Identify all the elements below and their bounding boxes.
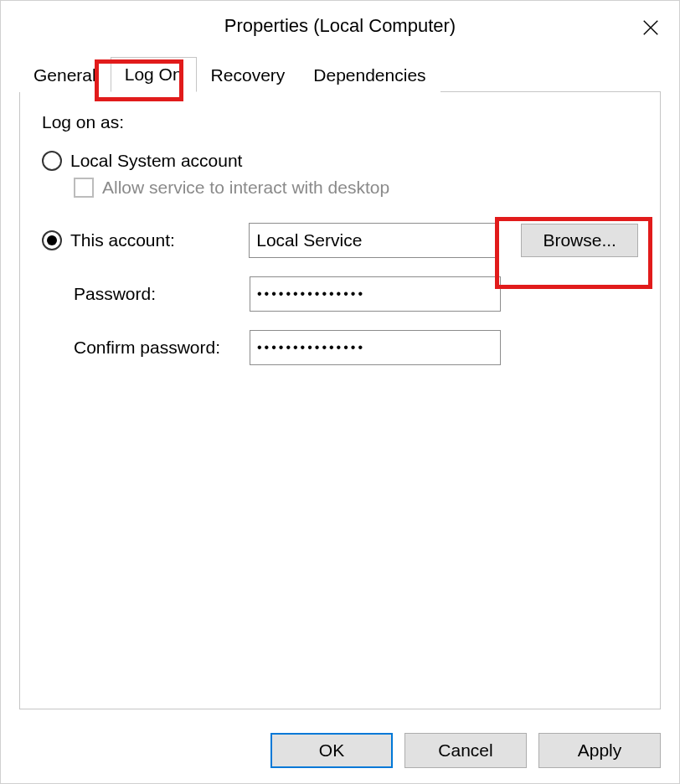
confirm-password-row: Confirm password: <box>42 330 638 365</box>
account-name-input[interactable] <box>249 223 499 258</box>
radio-local-system[interactable]: Local System account <box>42 151 638 171</box>
properties-dialog: Properties (Local Computer) General Log … <box>0 0 680 784</box>
checkbox-interact-label: Allow service to interact with desktop <box>102 178 389 198</box>
radio-this-account[interactable]: This account: <box>42 230 175 250</box>
tab-strip: General Log On Recovery Dependencies <box>1 51 679 91</box>
tab-content: Log on as: Local System account Allow se… <box>19 91 661 709</box>
this-account-row: This account: Browse... <box>42 223 638 258</box>
radio-this-account-label: This account: <box>70 230 175 250</box>
tab-dependencies[interactable]: Dependencies <box>299 58 440 92</box>
logon-as-label: Log on as: <box>42 112 638 132</box>
tab-general[interactable]: General <box>19 58 111 92</box>
confirm-password-input[interactable] <box>250 330 501 365</box>
password-label: Password: <box>74 284 156 304</box>
confirm-password-label: Confirm password: <box>74 338 220 358</box>
apply-button[interactable]: Apply <box>538 733 661 768</box>
close-icon <box>641 18 660 37</box>
password-input[interactable] <box>250 276 501 312</box>
password-row: Password: <box>42 276 638 312</box>
ok-button[interactable]: OK <box>270 733 393 768</box>
radio-icon <box>42 151 62 171</box>
browse-button[interactable]: Browse... <box>521 224 638 257</box>
tab-log-on[interactable]: Log On <box>111 57 197 92</box>
close-button[interactable] <box>634 11 667 44</box>
window-title: Properties (Local Computer) <box>224 15 456 37</box>
radio-selected-icon <box>47 235 57 245</box>
checkbox-interact-desktop: Allow service to interact with desktop <box>74 178 638 198</box>
checkbox-icon <box>74 178 94 198</box>
dialog-button-bar: OK Cancel Apply <box>270 733 661 768</box>
tab-recovery[interactable]: Recovery <box>197 58 300 92</box>
radio-icon <box>42 230 62 250</box>
titlebar: Properties (Local Computer) <box>1 1 679 51</box>
radio-local-system-label: Local System account <box>70 151 242 171</box>
cancel-button[interactable]: Cancel <box>404 733 527 768</box>
